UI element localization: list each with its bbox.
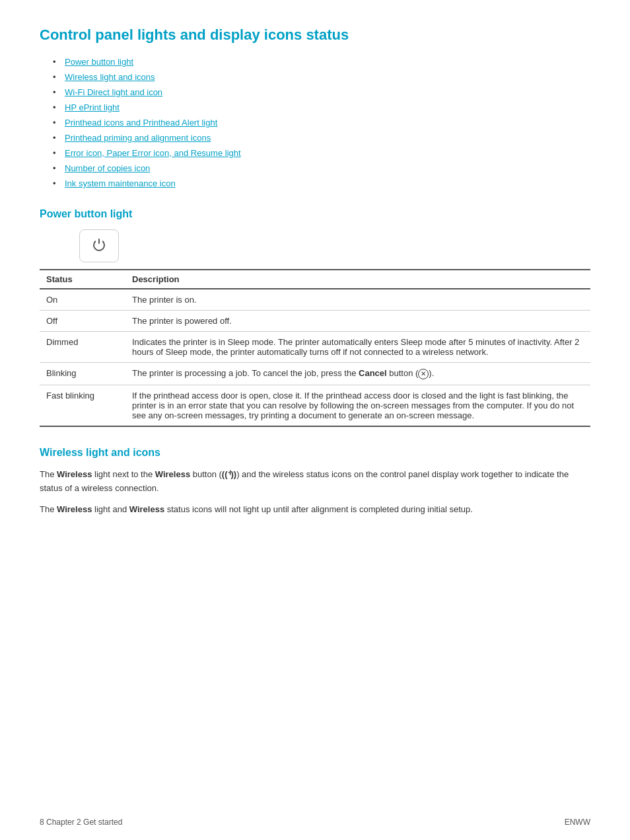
- wireless-button-icon: ((ꜗ)): [222, 468, 236, 482]
- wireless-bold1: Wireless: [57, 469, 92, 479]
- table-row: OffThe printer is powered off.: [40, 311, 590, 332]
- wireless-para2-suffix: status icons will not light up until aft…: [164, 504, 473, 514]
- status-cell: Blinking: [40, 363, 125, 385]
- status-cell: Off: [40, 311, 125, 332]
- toc-item-printhead-priming[interactable]: Printhead priming and alignment icons: [53, 133, 590, 143]
- toc-list: Power button light Wireless light and ic…: [53, 57, 590, 188]
- toc-item-ink[interactable]: Ink system maintenance icon: [53, 178, 590, 188]
- toc-item-power[interactable]: Power button light: [53, 57, 590, 67]
- footer-right: ENWW: [565, 818, 590, 827]
- table-row: BlinkingThe printer is processing a job.…: [40, 363, 590, 385]
- wireless-content: The Wireless light next to the Wireless …: [40, 468, 590, 517]
- description-cell: The printer is on.: [125, 289, 590, 311]
- status-cell: Fast blinking: [40, 385, 125, 426]
- toc-item-printhead-icons[interactable]: Printhead icons and Printhead Alert ligh…: [53, 118, 590, 128]
- wireless-para1-mid1: light next to the: [92, 469, 155, 479]
- table-row: DimmedIndicates the printer is in Sleep …: [40, 332, 590, 363]
- toc-item-error-icon[interactable]: Error icon, Paper Error icon, and Resume…: [53, 148, 590, 158]
- toc-item-eprint[interactable]: HP ePrint light: [53, 102, 590, 112]
- wireless-section-title: Wireless light and icons: [40, 447, 590, 459]
- wireless-bold4: Wireless: [129, 504, 164, 514]
- wireless-para1: The Wireless light next to the Wireless …: [40, 468, 590, 496]
- description-cell: The printer is processing a job. To canc…: [125, 363, 590, 385]
- footer-left: 8 Chapter 2 Get started: [40, 818, 122, 827]
- status-cell: Dimmed: [40, 332, 125, 363]
- power-section-title: Power button light: [40, 208, 590, 220]
- power-status-table: Status Description OnThe printer is on.O…: [40, 269, 590, 427]
- page-footer: 8 Chapter 2 Get started ENWW: [40, 818, 590, 827]
- col-status: Status: [40, 270, 125, 289]
- toc-item-copies[interactable]: Number of copies icon: [53, 163, 590, 173]
- toc-item-wifi-direct[interactable]: Wi-Fi Direct light and icon: [53, 87, 590, 97]
- table-row: Fast blinkingIf the printhead access doo…: [40, 385, 590, 426]
- wireless-bold2: Wireless: [155, 469, 190, 479]
- wireless-para1-prefix: The: [40, 469, 57, 479]
- page-title: Control panel lights and display icons s…: [40, 26, 590, 44]
- col-description: Description: [125, 270, 590, 289]
- power-icon-container: [79, 229, 119, 262]
- wireless-para2-mid: light and: [92, 504, 129, 514]
- description-cell: The printer is powered off.: [125, 311, 590, 332]
- power-icon: [91, 238, 107, 254]
- wireless-bold3: Wireless: [57, 504, 92, 514]
- table-row: OnThe printer is on.: [40, 289, 590, 311]
- wireless-para2: The Wireless light and Wireless status i…: [40, 503, 590, 517]
- status-cell: On: [40, 289, 125, 311]
- toc-item-wireless[interactable]: Wireless light and icons: [53, 72, 590, 82]
- wireless-para1-mid2: button (: [190, 469, 222, 479]
- description-cell: Indicates the printer is in Sleep mode. …: [125, 332, 590, 363]
- wireless-para2-prefix: The: [40, 504, 57, 514]
- description-cell: If the printhead access door is open, cl…: [125, 385, 590, 426]
